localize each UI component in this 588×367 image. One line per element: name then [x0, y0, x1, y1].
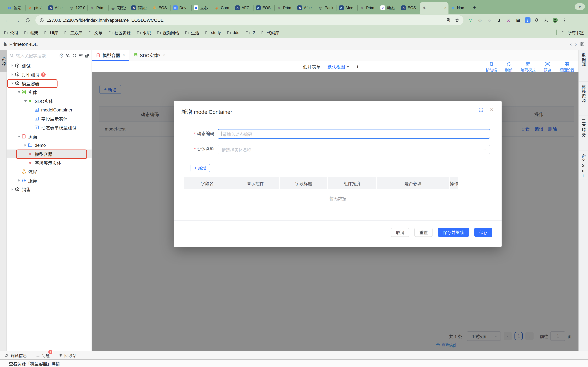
- tree-item[interactable]: 模型容器: [7, 79, 92, 88]
- toolbar-action[interactable]: 刷新: [505, 62, 512, 72]
- kebab-menu-icon[interactable]: [562, 18, 567, 23]
- tab-close-icon[interactable]: ×: [444, 6, 446, 10]
- tree-item[interactable]: 流程: [7, 167, 92, 176]
- history-forward-icon[interactable]: ›: [575, 41, 577, 47]
- caret-icon[interactable]: [23, 141, 27, 150]
- bookmark-folder[interactable]: 三方库: [64, 30, 82, 35]
- caret-icon[interactable]: [10, 61, 15, 70]
- add-view-button[interactable]: +: [356, 64, 359, 70]
- bookmark-folder[interactable]: ddd: [227, 30, 240, 35]
- browser-tab[interactable]: ◎ Pack: [316, 2, 337, 14]
- new-tab-button[interactable]: +: [469, 2, 479, 14]
- tree-item[interactable]: 动态表单模型测试: [7, 123, 92, 132]
- bookmark-folder[interactable]: 文章: [88, 30, 103, 35]
- browser-tab[interactable]: ◈ Com: [212, 2, 233, 14]
- extension-icon[interactable]: J: [496, 17, 502, 23]
- bookmark-star-icon[interactable]: [455, 18, 459, 22]
- tree-item[interactable]: 打印测试 !: [7, 70, 92, 79]
- bottom-bar-item[interactable]: 调试信息: [5, 352, 27, 358]
- forward-button[interactable]: →: [14, 17, 21, 24]
- reload-button[interactable]: [24, 17, 31, 24]
- left-rail-tab-resources[interactable]: 资源: [0, 50, 7, 72]
- tree-item[interactable]: 字段展示实体: [7, 114, 92, 123]
- extensions-puzzle-icon[interactable]: [534, 18, 539, 23]
- browser-tab[interactable]: × EOS: [399, 2, 420, 14]
- tree-item[interactable]: 实体: [7, 88, 92, 97]
- url-text[interactable]: 127.0.0.1:28079/ide/index.html?appName=E…: [47, 18, 446, 23]
- caret-icon[interactable]: [17, 132, 21, 141]
- tab-list-chevron-icon[interactable]: v: [575, 3, 585, 10]
- caret-icon[interactable]: [23, 97, 27, 105]
- right-rail-tab[interactable]: 离线资源: [579, 82, 588, 116]
- bookmark-folder[interactable]: 视频网站: [157, 30, 179, 35]
- bookmark-folder[interactable]: UI库: [44, 30, 58, 35]
- extension-icon[interactable]: X: [506, 17, 511, 23]
- tab-close-icon[interactable]: ×: [163, 53, 165, 58]
- right-rail-tab[interactable]: 命名Sql: [579, 151, 588, 179]
- tree-item[interactable]: modelContainer: [7, 105, 92, 114]
- extension-icon[interactable]: V: [467, 17, 473, 23]
- browser-tab[interactable]: ∵ 动态: [378, 2, 399, 14]
- downloads-icon[interactable]: [544, 18, 548, 23]
- browser-tab[interactable]: × 预览:: [129, 2, 150, 14]
- browser-tab[interactable]: ⊃ Dev: [171, 2, 191, 14]
- bookmark-folder[interactable]: 公司: [4, 30, 18, 35]
- browser-tab[interactable]: ⋈ 普元: [5, 2, 26, 14]
- profile-avatar[interactable]: [552, 17, 558, 23]
- translate-lang-icon[interactable]: En文: [85, 53, 89, 58]
- extension-icon[interactable]: ↓: [525, 17, 530, 23]
- fullscreen-icon[interactable]: [479, 108, 483, 112]
- browser-tab[interactable]: ◈ pts /: [26, 2, 46, 14]
- tree-item[interactable]: 测试: [7, 61, 92, 70]
- tree-item[interactable]: SDO实体: [7, 97, 92, 105]
- tree-item[interactable]: 销售: [7, 185, 92, 194]
- bookmark-folder[interactable]: study: [205, 30, 221, 35]
- browser-tab[interactable]: × AFC: [233, 2, 254, 14]
- browser-tab[interactable]: ∞ Nac: [449, 2, 469, 14]
- browser-tab[interactable]: × Afce: [337, 2, 358, 14]
- new-resource-icon[interactable]: [66, 53, 70, 58]
- caret-icon[interactable]: [17, 176, 21, 185]
- bottom-bar-item[interactable]: 回收站: [59, 352, 77, 358]
- address-bar[interactable]: 127.0.0.1:28079/ide/index.html?appName=E…: [35, 15, 463, 25]
- caret-icon[interactable]: [23, 150, 27, 158]
- reset-button[interactable]: 重置: [415, 228, 433, 237]
- caret-icon[interactable]: [10, 185, 15, 194]
- browser-tab[interactable]: × Afce: [295, 2, 316, 14]
- browser-tab[interactable]: × Afce: [46, 2, 67, 14]
- tree-item[interactable]: demo: [7, 141, 92, 150]
- extension-icon[interactable]: ▦: [515, 17, 521, 23]
- extension-icon[interactable]: ◌: [487, 17, 492, 23]
- right-rail-tab[interactable]: 三方服务: [579, 116, 588, 151]
- editor-tab[interactable]: 模型容器 ×: [92, 50, 129, 61]
- caret-icon[interactable]: [30, 105, 34, 114]
- entity-name-select[interactable]: 请选择实体名称: [218, 145, 490, 154]
- tab-low-code-form[interactable]: 低开表单: [303, 61, 320, 72]
- site-info-icon[interactable]: [39, 18, 44, 22]
- bookmark-folder[interactable]: 生活: [185, 30, 199, 35]
- dynamic-code-input[interactable]: 请输入动态编码: [218, 129, 490, 139]
- save-and-continue-button[interactable]: 保存并继续: [438, 228, 469, 237]
- caret-icon[interactable]: [17, 167, 21, 176]
- tab-default-view[interactable]: 默认视图: [327, 61, 349, 72]
- browser-tab[interactable]: ◆ 文心: [191, 2, 212, 14]
- right-rail-tab[interactable]: 数据源: [579, 50, 588, 82]
- caret-icon[interactable]: [30, 123, 34, 132]
- add-field-button[interactable]: + 新增: [190, 164, 210, 172]
- bookmark-folder[interactable]: r2: [246, 30, 255, 35]
- caret-icon[interactable]: [30, 114, 34, 123]
- toolbar-action[interactable]: 编码模式: [521, 62, 536, 72]
- caret-icon[interactable]: [23, 158, 27, 167]
- bookmark-folder[interactable]: 框架: [24, 30, 38, 35]
- toolbar-action[interactable]: 预览: [544, 62, 551, 72]
- browser-tab[interactable]: ◎ 预览:: [109, 2, 129, 14]
- browser-tab[interactable]: ❋ EOS: [150, 2, 171, 14]
- tree-item[interactable]: 服务: [7, 176, 92, 185]
- browser-tab[interactable]: ♞ Prim: [88, 2, 109, 14]
- back-button[interactable]: ←: [3, 17, 11, 24]
- cancel-button[interactable]: 取消: [391, 228, 409, 237]
- caret-icon[interactable]: [10, 70, 15, 79]
- toolbar-action[interactable]: 移动端: [485, 62, 497, 72]
- translate-icon[interactable]: G文: [446, 18, 451, 22]
- search-input[interactable]: 输入关键字搜索: [16, 52, 59, 58]
